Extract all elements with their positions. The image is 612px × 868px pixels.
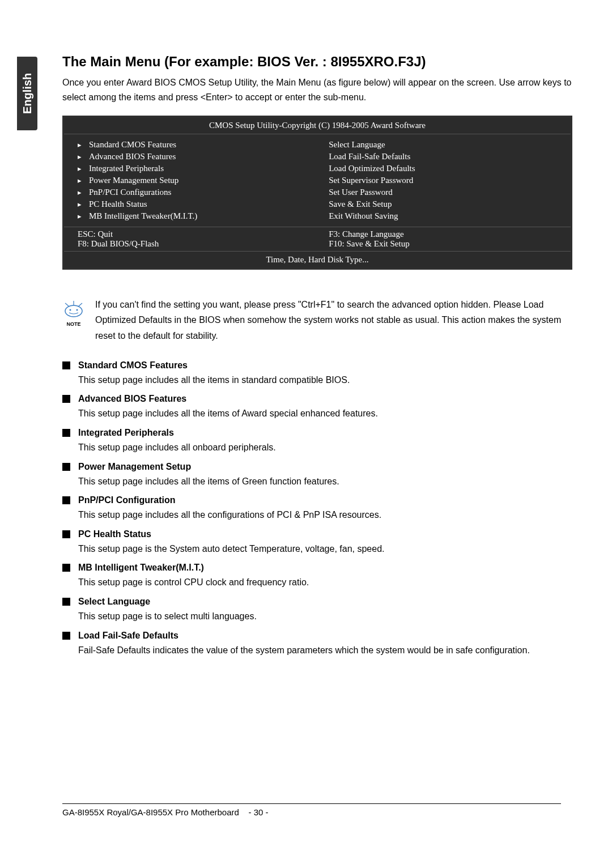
arrow-icon: ▸ bbox=[78, 152, 89, 161]
menu-item-label: Set User Password bbox=[329, 188, 393, 197]
menu-item-label: PnP/PCI Configurations bbox=[89, 188, 171, 197]
section-item: Advanced BIOS Features This setup page i… bbox=[62, 394, 572, 421]
key-hint: F8: Dual BIOS/Q-Flash bbox=[78, 239, 329, 249]
section-item: Select Language This setup page is to se… bbox=[62, 597, 572, 624]
svg-point-1 bbox=[70, 309, 71, 311]
bios-keys-left: ESC: Quit F8: Dual BIOS/Q-Flash bbox=[78, 229, 329, 249]
page-number: - 30 - bbox=[249, 807, 269, 817]
bios-menu-item: Set User Password bbox=[329, 186, 557, 198]
bullet-icon bbox=[62, 463, 70, 471]
page-title: The Main Menu (For example: BIOS Ver. : … bbox=[62, 54, 572, 70]
bios-menu-item: ▸PC Health Status bbox=[78, 198, 329, 210]
section-item: PnP/PCI Configuration This setup page in… bbox=[62, 495, 572, 522]
bios-menu-item: Set Supervisor Password bbox=[329, 175, 557, 186]
bios-menu-item: ▸PnP/PCI Configurations bbox=[78, 186, 329, 198]
section-item: MB Intelligent Tweaker(M.I.T.) This setu… bbox=[62, 563, 572, 590]
bios-keys: ESC: Quit F8: Dual BIOS/Q-Flash F3: Chan… bbox=[64, 227, 571, 252]
note-text: If you can't find the setting you want, … bbox=[95, 297, 572, 343]
menu-item-label: Load Optimized Defaults bbox=[329, 164, 415, 173]
section-item: Integrated Peripherals This setup page i… bbox=[62, 428, 572, 455]
note-label: NOTE bbox=[62, 321, 85, 327]
section-item: Standard CMOS Features This setup page i… bbox=[62, 360, 572, 388]
section-title-text: MB Intelligent Tweaker(M.I.T.) bbox=[78, 563, 204, 573]
bullet-icon bbox=[62, 429, 70, 437]
section-title-text: Integrated Peripherals bbox=[78, 428, 174, 438]
section-title-text: Load Fail-Safe Defaults bbox=[78, 631, 178, 641]
bios-menu-right: Select Language Load Fail-Safe Defaults … bbox=[329, 139, 557, 222]
bios-menu-item: Load Fail-Safe Defaults bbox=[329, 151, 557, 163]
page-footer: GA-8I955X Royal/GA-8I955X Pro Motherboar… bbox=[62, 803, 561, 817]
bios-footer: Time, Date, Hard Disk Type... bbox=[64, 252, 571, 268]
section-item: PC Health Status This setup page is the … bbox=[62, 529, 572, 556]
arrow-icon: ▸ bbox=[78, 212, 89, 221]
menu-item-label: Select Language bbox=[329, 140, 385, 150]
bullet-icon bbox=[62, 496, 70, 504]
key-hint: F3: Change Language bbox=[329, 229, 557, 239]
bullet-icon bbox=[62, 395, 70, 403]
section-desc: This setup page is the System auto detec… bbox=[78, 542, 572, 556]
bios-menu-item: ▸Advanced BIOS Features bbox=[78, 151, 329, 163]
bios-menu-item: ▸Integrated Peripherals bbox=[78, 163, 329, 175]
menu-item-label: Integrated Peripherals bbox=[89, 164, 164, 173]
intro-text: Once you enter Award BIOS CMOS Setup Uti… bbox=[62, 75, 572, 104]
svg-point-2 bbox=[76, 309, 78, 311]
bios-menu-item: Select Language bbox=[329, 139, 557, 151]
bullet-icon bbox=[62, 530, 70, 538]
menu-item-label: PC Health Status bbox=[89, 199, 147, 209]
menu-item-label: Advanced BIOS Features bbox=[89, 152, 176, 161]
bios-menu-item: ▸Power Management Setup bbox=[78, 175, 329, 186]
section-desc: Fail-Safe Defaults indicates the value o… bbox=[78, 643, 572, 658]
arrow-icon: ▸ bbox=[78, 188, 89, 197]
section-item: Load Fail-Safe Defaults Fail-Safe Defaul… bbox=[62, 631, 572, 658]
arrow-icon: ▸ bbox=[78, 141, 89, 150]
note-icon: NOTE bbox=[62, 299, 85, 327]
main-content: The Main Menu (For example: BIOS Ver. : … bbox=[62, 54, 572, 664]
arrow-icon: ▸ bbox=[78, 164, 89, 173]
section-title-text: Advanced BIOS Features bbox=[78, 394, 186, 404]
section-desc: This setup page includes all onboard per… bbox=[78, 440, 572, 455]
section-desc: This setup page includes all the items o… bbox=[78, 474, 572, 489]
bios-menu-left: ▸Standard CMOS Features ▸Advanced BIOS F… bbox=[78, 139, 329, 222]
section-title-text: Select Language bbox=[78, 597, 150, 607]
section-title-text: Power Management Setup bbox=[78, 462, 191, 472]
svg-point-0 bbox=[65, 305, 82, 317]
bios-menu-item: ▸MB Intelligent Tweaker(M.I.T.) bbox=[78, 210, 329, 222]
section-title-text: PC Health Status bbox=[78, 529, 151, 539]
bios-keys-right: F3: Change Language F10: Save & Exit Set… bbox=[329, 229, 557, 249]
footer-text: GA-8I955X Royal/GA-8I955X Pro Motherboar… bbox=[62, 807, 239, 817]
section-desc: This setup page includes all the configu… bbox=[78, 508, 572, 522]
section-desc: This setup page is to select multi langu… bbox=[78, 609, 572, 624]
arrow-icon: ▸ bbox=[78, 176, 89, 185]
menu-item-label: Standard CMOS Features bbox=[89, 140, 176, 150]
section-title-text: PnP/PCI Configuration bbox=[78, 495, 176, 505]
language-tab: English bbox=[17, 57, 37, 130]
menu-item-label: Set Supervisor Password bbox=[329, 176, 413, 185]
key-hint: F10: Save & Exit Setup bbox=[329, 239, 557, 249]
bios-menu-item: Load Optimized Defaults bbox=[329, 163, 557, 175]
bios-header: CMOS Setup Utility-Copyright (C) 1984-20… bbox=[64, 117, 571, 134]
arrow-icon: ▸ bbox=[78, 200, 89, 209]
menu-item-label: Exit Without Saving bbox=[329, 211, 398, 221]
bios-screen: CMOS Setup Utility-Copyright (C) 1984-20… bbox=[62, 116, 572, 270]
menu-item-label: MB Intelligent Tweaker(M.I.T.) bbox=[89, 211, 197, 221]
section-list: Standard CMOS Features This setup page i… bbox=[62, 360, 572, 657]
section-item: Power Management Setup This setup page i… bbox=[62, 462, 572, 489]
bullet-icon bbox=[62, 598, 70, 606]
section-title-text: Standard CMOS Features bbox=[78, 360, 188, 371]
bullet-icon bbox=[62, 361, 70, 369]
bullet-icon bbox=[62, 564, 70, 572]
section-desc: This setup page includes all the items o… bbox=[78, 406, 572, 421]
menu-item-label: Save & Exit Setup bbox=[329, 199, 392, 209]
menu-item-label: Load Fail-Safe Defaults bbox=[329, 152, 410, 161]
bullet-icon bbox=[62, 632, 70, 640]
section-desc: This setup page is control CPU clock and… bbox=[78, 575, 572, 590]
key-hint: ESC: Quit bbox=[78, 229, 329, 239]
bios-menu: ▸Standard CMOS Features ▸Advanced BIOS F… bbox=[64, 134, 571, 227]
bios-menu-item: Exit Without Saving bbox=[329, 210, 557, 222]
bios-menu-item: Save & Exit Setup bbox=[329, 198, 557, 210]
bios-menu-item: ▸Standard CMOS Features bbox=[78, 139, 329, 151]
menu-item-label: Power Management Setup bbox=[89, 176, 178, 185]
note-block: NOTE If you can't find the setting you w… bbox=[62, 297, 572, 343]
section-desc: This setup page includes all the items i… bbox=[78, 373, 572, 388]
